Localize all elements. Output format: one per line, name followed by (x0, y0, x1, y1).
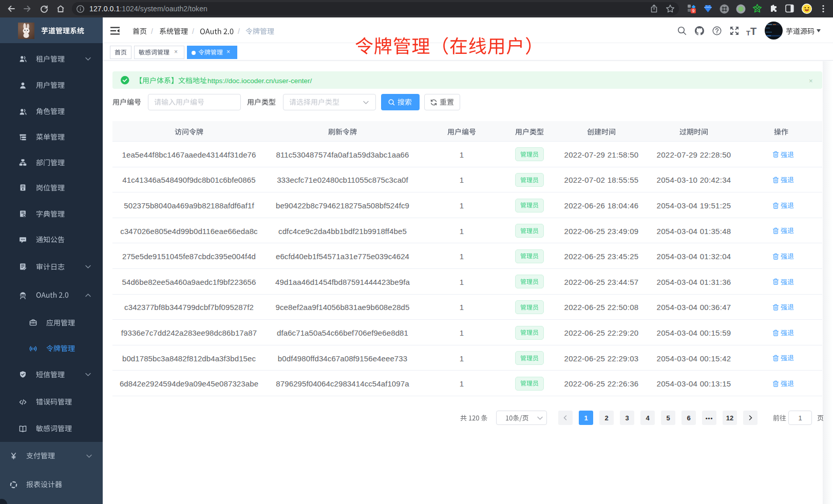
svg-text:9: 9 (692, 8, 695, 13)
